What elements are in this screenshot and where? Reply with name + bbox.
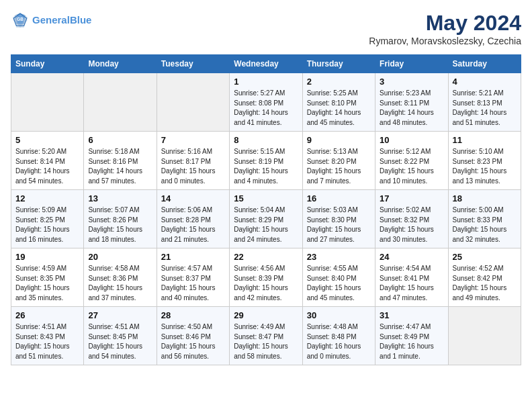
day-info: Sunrise: 4:48 AMSunset: 8:48 PMDaylight:… [307, 322, 371, 361]
day-number: 27 [88, 310, 152, 320]
calendar-cell: 22Sunrise: 4:56 AMSunset: 8:39 PMDayligh… [230, 248, 302, 307]
calendar-cell: 7Sunrise: 5:16 AMSunset: 8:17 PMDaylight… [157, 132, 229, 190]
calendar-cell [11, 73, 84, 132]
day-info: Sunrise: 4:52 AMSunset: 8:42 PMDaylight:… [453, 264, 517, 303]
weekday-header-row: SundayMondayTuesdayWednesdayThursdayFrid… [11, 55, 521, 73]
day-info: Sunrise: 4:50 AMSunset: 8:46 PMDaylight:… [161, 322, 225, 361]
calendar-cell [84, 73, 157, 132]
day-number: 17 [380, 193, 443, 203]
day-number: 4 [453, 77, 517, 87]
day-info: Sunrise: 5:04 AMSunset: 8:29 PMDaylight:… [234, 205, 298, 244]
calendar-cell: 9Sunrise: 5:13 AMSunset: 8:20 PMDaylight… [302, 132, 375, 190]
day-number: 12 [15, 193, 79, 203]
calendar-cell: 23Sunrise: 4:55 AMSunset: 8:40 PMDayligh… [302, 248, 375, 307]
day-info: Sunrise: 4:47 AMSunset: 8:49 PMDaylight:… [380, 322, 443, 361]
day-number: 23 [307, 252, 371, 262]
title-block: May 2024 Rymarov, Moravskoslezsky, Czech… [369, 11, 521, 46]
calendar-table: SundayMondayTuesdayWednesdayThursdayFrid… [11, 54, 521, 365]
calendar-cell: 29Sunrise: 4:49 AMSunset: 8:47 PMDayligh… [230, 307, 302, 365]
svg-text:GB: GB [17, 17, 24, 21]
day-number: 31 [380, 310, 443, 320]
logo-icon: GB [11, 11, 30, 30]
day-number: 15 [234, 193, 298, 203]
day-number: 6 [88, 135, 152, 145]
calendar-cell: 5Sunrise: 5:20 AMSunset: 8:14 PMDaylight… [11, 132, 84, 190]
logo-blue: Blue [70, 14, 92, 26]
day-number: 13 [88, 193, 152, 203]
day-info: Sunrise: 4:56 AMSunset: 8:39 PMDaylight:… [234, 264, 298, 303]
day-number: 26 [15, 310, 79, 320]
calendar-cell [157, 73, 229, 132]
day-info: Sunrise: 4:58 AMSunset: 8:36 PMDaylight:… [88, 264, 152, 303]
day-info: Sunrise: 5:07 AMSunset: 8:26 PMDaylight:… [88, 205, 152, 244]
day-info: Sunrise: 4:55 AMSunset: 8:40 PMDaylight:… [307, 264, 371, 303]
logo-text: GeneralBlue [32, 14, 91, 26]
calendar-cell: 27Sunrise: 4:51 AMSunset: 8:45 PMDayligh… [84, 307, 157, 365]
calendar-cell: 6Sunrise: 5:18 AMSunset: 8:16 PMDaylight… [84, 132, 157, 190]
calendar-cell: 8Sunrise: 5:15 AMSunset: 8:19 PMDaylight… [230, 132, 302, 190]
calendar-cell: 1Sunrise: 5:27 AMSunset: 8:08 PMDaylight… [230, 73, 302, 132]
day-info: Sunrise: 5:02 AMSunset: 8:32 PMDaylight:… [380, 205, 443, 244]
day-info: Sunrise: 5:16 AMSunset: 8:17 PMDaylight:… [161, 147, 225, 186]
day-info: Sunrise: 4:51 AMSunset: 8:45 PMDaylight:… [88, 322, 152, 361]
logo: GB GeneralBlue [11, 11, 91, 30]
day-number: 8 [234, 135, 298, 145]
weekday-header-monday: Monday [84, 55, 157, 73]
calendar-cell: 15Sunrise: 5:04 AMSunset: 8:29 PMDayligh… [230, 190, 302, 248]
day-number: 18 [453, 193, 517, 203]
calendar-cell: 30Sunrise: 4:48 AMSunset: 8:48 PMDayligh… [302, 307, 375, 365]
day-number: 20 [88, 252, 152, 262]
day-info: Sunrise: 4:57 AMSunset: 8:37 PMDaylight:… [161, 264, 225, 303]
day-number: 7 [161, 135, 225, 145]
day-info: Sunrise: 4:59 AMSunset: 8:35 PMDaylight:… [15, 264, 79, 303]
calendar-cell: 12Sunrise: 5:09 AMSunset: 8:25 PMDayligh… [11, 190, 84, 248]
day-info: Sunrise: 5:00 AMSunset: 8:33 PMDaylight:… [453, 205, 517, 244]
day-number: 14 [161, 193, 225, 203]
day-number: 19 [15, 252, 79, 262]
location: Rymarov, Moravskoslezsky, Czechia [369, 36, 521, 46]
day-info: Sunrise: 5:09 AMSunset: 8:25 PMDaylight:… [15, 205, 79, 244]
day-number: 28 [161, 310, 225, 320]
week-row-4: 19Sunrise: 4:59 AMSunset: 8:35 PMDayligh… [11, 248, 521, 307]
calendar-cell: 16Sunrise: 5:03 AMSunset: 8:30 PMDayligh… [302, 190, 375, 248]
calendar-cell [448, 307, 521, 365]
calendar-cell: 11Sunrise: 5:10 AMSunset: 8:23 PMDayligh… [448, 132, 521, 190]
day-info: Sunrise: 5:10 AMSunset: 8:23 PMDaylight:… [453, 147, 517, 186]
calendar-cell: 2Sunrise: 5:25 AMSunset: 8:10 PMDaylight… [302, 73, 375, 132]
calendar-cell: 21Sunrise: 4:57 AMSunset: 8:37 PMDayligh… [157, 248, 229, 307]
week-row-3: 12Sunrise: 5:09 AMSunset: 8:25 PMDayligh… [11, 190, 521, 248]
day-info: Sunrise: 5:25 AMSunset: 8:10 PMDaylight:… [307, 89, 371, 128]
calendar-cell: 31Sunrise: 4:47 AMSunset: 8:49 PMDayligh… [375, 307, 448, 365]
day-number: 11 [453, 135, 517, 145]
day-info: Sunrise: 5:03 AMSunset: 8:30 PMDaylight:… [307, 205, 371, 244]
day-number: 29 [234, 310, 298, 320]
calendar-cell: 19Sunrise: 4:59 AMSunset: 8:35 PMDayligh… [11, 248, 84, 307]
calendar-cell: 3Sunrise: 5:23 AMSunset: 8:11 PMDaylight… [375, 73, 448, 132]
weekday-header-friday: Friday [375, 55, 448, 73]
day-info: Sunrise: 4:51 AMSunset: 8:43 PMDaylight:… [15, 322, 79, 361]
day-number: 3 [380, 77, 443, 87]
day-number: 10 [380, 135, 443, 145]
weekday-header-wednesday: Wednesday [230, 55, 302, 73]
day-info: Sunrise: 5:15 AMSunset: 8:19 PMDaylight:… [234, 147, 298, 186]
day-info: Sunrise: 5:13 AMSunset: 8:20 PMDaylight:… [307, 147, 371, 186]
day-number: 5 [15, 135, 79, 145]
day-number: 16 [307, 193, 371, 203]
day-number: 9 [307, 135, 371, 145]
day-number: 2 [307, 77, 371, 87]
day-info: Sunrise: 5:27 AMSunset: 8:08 PMDaylight:… [234, 89, 298, 128]
day-number: 22 [234, 252, 298, 262]
calendar-cell: 20Sunrise: 4:58 AMSunset: 8:36 PMDayligh… [84, 248, 157, 307]
day-info: Sunrise: 5:12 AMSunset: 8:22 PMDaylight:… [380, 147, 443, 186]
logo-general: General [32, 14, 70, 26]
weekday-header-sunday: Sunday [11, 55, 84, 73]
day-number: 25 [453, 252, 517, 262]
calendar-cell: 25Sunrise: 4:52 AMSunset: 8:42 PMDayligh… [448, 248, 521, 307]
calendar-cell: 14Sunrise: 5:06 AMSunset: 8:28 PMDayligh… [157, 190, 229, 248]
month-title: May 2024 [369, 11, 521, 36]
day-info: Sunrise: 5:20 AMSunset: 8:14 PMDaylight:… [15, 147, 79, 186]
day-number: 21 [161, 252, 225, 262]
day-info: Sunrise: 5:06 AMSunset: 8:28 PMDaylight:… [161, 205, 225, 244]
calendar-cell: 24Sunrise: 4:54 AMSunset: 8:41 PMDayligh… [375, 248, 448, 307]
week-row-2: 5Sunrise: 5:20 AMSunset: 8:14 PMDaylight… [11, 132, 521, 190]
